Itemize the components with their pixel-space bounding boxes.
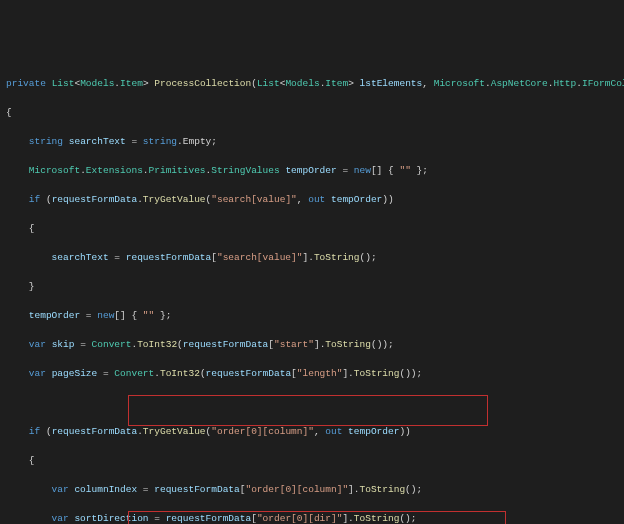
code-line: Microsoft.Extensions.Primitives.StringVa… xyxy=(6,164,624,179)
code-line: } xyxy=(6,280,624,295)
code-editor[interactable]: private List<Models.Item> ProcessCollect… xyxy=(6,62,624,524)
code-line: var skip = Convert.ToInt32(requestFormDa… xyxy=(6,338,624,353)
code-line: if (requestFormData.TryGetValue("search[… xyxy=(6,193,624,208)
code-line xyxy=(6,396,624,411)
code-line: string searchText = string.Empty; xyxy=(6,135,624,150)
code-line: { xyxy=(6,106,624,121)
code-line: { xyxy=(6,454,624,469)
code-line: private List<Models.Item> ProcessCollect… xyxy=(6,77,624,92)
code-line: var columnIndex = requestFormData["order… xyxy=(6,483,624,498)
code-line: if (requestFormData.TryGetValue("order[0… xyxy=(6,425,624,440)
code-line: var pageSize = Convert.ToInt32(requestFo… xyxy=(6,367,624,382)
code-line: searchText = requestFormData["search[val… xyxy=(6,251,624,266)
code-line: { xyxy=(6,222,624,237)
code-line: tempOrder = new[] { "" }; xyxy=(6,309,624,324)
code-line: var sortDirection = requestFormData["ord… xyxy=(6,512,624,525)
